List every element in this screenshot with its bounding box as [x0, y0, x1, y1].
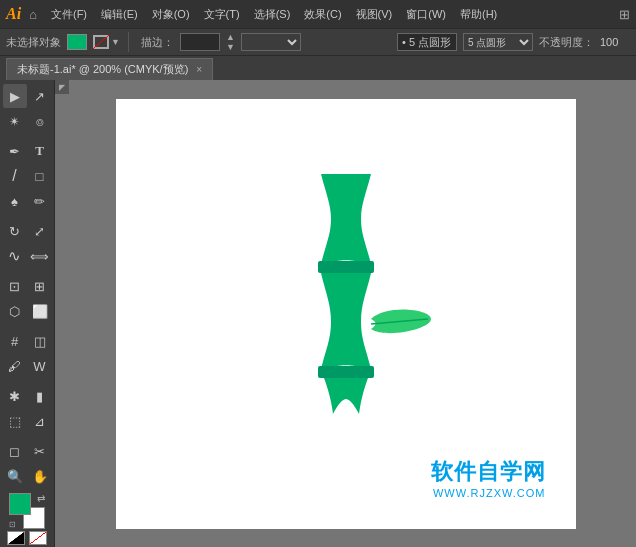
tool-row-line: / □ — [3, 164, 52, 188]
workspace: ▶ ↗ ✴ ⌾ ✒ T / □ ♠ ✏ ↻ ⤢ ∿ ⟺ ⊡ — [0, 80, 636, 547]
warp-tool[interactable]: ∿ — [3, 244, 27, 268]
menu-view[interactable]: 视图(V) — [350, 5, 399, 24]
tool-row-zoom: 🔍 ✋ — [3, 464, 52, 488]
tool-row-mesh: # ◫ — [3, 329, 52, 353]
opacity-label: 不透明度： — [539, 35, 594, 50]
tab-bar: 未标题-1.ai* @ 200% (CMYK/预览) × — [0, 56, 636, 80]
title-bar: Ai ⌂ 文件(F) 编辑(E) 对象(O) 文字(T) 选择(S) 效果(C)… — [0, 0, 636, 28]
home-icon[interactable]: ⌂ — [29, 7, 37, 22]
tab-title: 未标题-1.ai* @ 200% (CMYK/预览) — [17, 62, 188, 77]
free-transform-tool[interactable]: ⊡ — [3, 274, 27, 298]
right-options: 5 点圆形 不透明度： 100 — [397, 33, 630, 51]
menu-bar: 文件(F) 编辑(E) 对象(O) 文字(T) 选择(S) 效果(C) 视图(V… — [45, 5, 503, 24]
stroke-color-box[interactable] — [93, 35, 109, 49]
text-tool[interactable]: T — [28, 139, 52, 163]
zoom-tool[interactable]: 🔍 — [3, 464, 27, 488]
eyedropper-tool[interactable]: 🖋 — [3, 354, 27, 378]
menu-help[interactable]: 帮助(H) — [454, 5, 503, 24]
pencil-tool[interactable]: ✏ — [28, 189, 52, 213]
chevron-down-icon[interactable]: ▼ — [111, 37, 120, 47]
color-mode-box[interactable] — [7, 531, 25, 545]
tool-row-eraser: ◻ ✂ — [3, 439, 52, 463]
eraser-tool[interactable]: ◻ — [3, 439, 27, 463]
shape-builder-tool[interactable]: ⊞ — [28, 274, 52, 298]
menu-edit[interactable]: 编辑(E) — [95, 5, 144, 24]
ai-logo: Ai — [6, 5, 21, 23]
column-graph-tool[interactable]: ▮ — [28, 384, 52, 408]
perspective-tool[interactable]: ⬜ — [28, 299, 52, 323]
tool-row-brush: ♠ ✏ — [3, 189, 52, 213]
gradient-tool[interactable]: ◫ — [28, 329, 52, 353]
stroke-type-select[interactable] — [241, 33, 301, 51]
slice-tool[interactable]: ⊿ — [28, 409, 52, 433]
scissors-tool[interactable]: ✂ — [28, 439, 52, 463]
fill-color-box[interactable] — [67, 34, 87, 50]
watermark-main-text: 软件自学网 — [431, 457, 546, 487]
paintbrush-tool[interactable]: ♠ — [3, 189, 27, 213]
hand-tool[interactable]: ✋ — [28, 464, 52, 488]
rect-tool[interactable]: □ — [28, 164, 52, 188]
tab-close-button[interactable]: × — [196, 64, 202, 75]
none-color-box[interactable] — [29, 531, 47, 545]
color-boxes: ⊡ ⇄ — [9, 493, 45, 529]
tool-row-eyedrop: 🖋 W — [3, 354, 52, 378]
menu-file[interactable]: 文件(F) — [45, 5, 93, 24]
bamboo-graphic — [246, 164, 446, 464]
swap-colors-icon[interactable]: ⇄ — [37, 493, 45, 504]
tool-row-lasso: ✴ ⌾ — [3, 109, 52, 133]
menu-object[interactable]: 对象(O) — [146, 5, 196, 24]
line-tool[interactable]: / — [3, 164, 27, 188]
options-bar: 未选择对象 ▼ 描边： ▲▼ 5 点圆形 不透明度： 100 — [0, 28, 636, 56]
lasso-tool[interactable]: ⌾ — [28, 109, 52, 133]
rotate-tool[interactable]: ↻ — [3, 219, 27, 243]
panel-icon[interactable]: ⊞ — [619, 7, 630, 22]
tool-row-rotate: ↻ ⤢ — [3, 219, 52, 243]
artboard-tool[interactable]: ⬚ — [3, 409, 27, 433]
tool-row-symbol: ✱ ▮ — [3, 384, 52, 408]
tool-row-transform: ⊡ ⊞ — [3, 274, 52, 298]
tool-row-pen: ✒ T — [3, 139, 52, 163]
blend-tool[interactable]: W — [28, 354, 52, 378]
live-paint-tool[interactable]: ⬡ — [3, 299, 27, 323]
point-type-select[interactable]: 5 点圆形 — [463, 33, 533, 51]
scroll-corner: ◤ — [55, 80, 69, 94]
magic-wand-tool[interactable]: ✴ — [3, 109, 27, 133]
watermark: 软件自学网 WWW.RJZXW.COM — [431, 457, 546, 499]
object-state-label: 未选择对象 — [6, 35, 61, 50]
scale-tool[interactable]: ⤢ — [28, 219, 52, 243]
toolbar: ▶ ↗ ✴ ⌾ ✒ T / □ ♠ ✏ ↻ ⤢ ∿ ⟺ ⊡ — [0, 80, 55, 547]
artboard: 软件自学网 WWW.RJZXW.COM — [116, 99, 576, 529]
stroke-input[interactable] — [180, 33, 220, 51]
direct-select-tool[interactable]: ↗ — [28, 84, 52, 108]
watermark-url-text: WWW.RJZXW.COM — [431, 487, 546, 499]
canvas-area[interactable]: ◤ 软件自学网 WW — [55, 80, 636, 547]
document-tab[interactable]: 未标题-1.ai* @ 200% (CMYK/预览) × — [6, 58, 213, 80]
tool-row-artboard: ⬚ ⊿ — [3, 409, 52, 433]
pen-tool[interactable]: ✒ — [3, 139, 27, 163]
tool-row-paint: ⬡ ⬜ — [3, 299, 52, 323]
tool-row-warp: ∿ ⟺ — [3, 244, 52, 268]
separator-1 — [128, 32, 129, 52]
mesh-tool[interactable]: # — [3, 329, 27, 353]
tool-row-select: ▶ ↗ — [3, 84, 52, 108]
point-input[interactable] — [397, 33, 457, 51]
svg-rect-0 — [318, 261, 374, 273]
menu-type[interactable]: 文字(T) — [198, 5, 246, 24]
menu-window[interactable]: 窗口(W) — [400, 5, 452, 24]
color-area: ⊡ ⇄ — [7, 489, 47, 545]
stroke-up-icon[interactable]: ▲▼ — [226, 32, 235, 52]
opacity-value: 100 — [600, 36, 630, 48]
default-colors-icon[interactable]: ⊡ — [9, 520, 16, 529]
menu-effect[interactable]: 效果(C) — [298, 5, 347, 24]
stroke-label: 描边： — [141, 35, 174, 50]
svg-rect-1 — [318, 366, 374, 378]
menu-select[interactable]: 选择(S) — [248, 5, 297, 24]
width-tool[interactable]: ⟺ — [28, 244, 52, 268]
foreground-color-box[interactable] — [9, 493, 31, 515]
color-modes — [7, 531, 47, 545]
symbol-spray-tool[interactable]: ✱ — [3, 384, 27, 408]
select-tool[interactable]: ▶ — [3, 84, 27, 108]
